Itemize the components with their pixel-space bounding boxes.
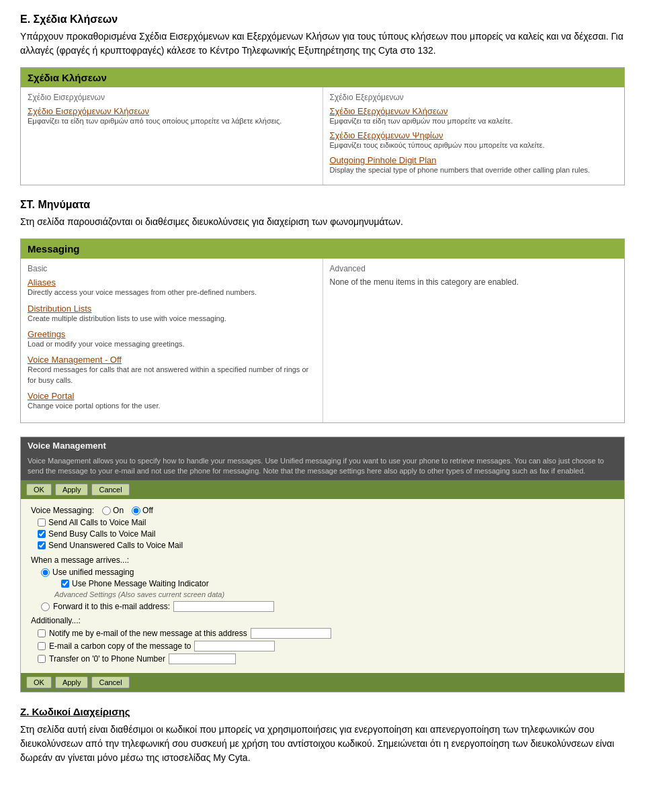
vm-send-all-checkbox[interactable]: Send All Calls to Voice Mail (38, 518, 614, 527)
voice-portal-desc: Change voice portal options for the user… (28, 401, 316, 411)
vm-adv-settings-label: Advanced Settings (Also saves current sc… (54, 590, 224, 598)
call-plans-title: Σχέδια Κλήσεων (21, 68, 624, 87)
vm-unified-radio[interactable]: Use unified messaging (41, 568, 614, 577)
vm-messaging-label: Voice Messaging: (31, 506, 94, 515)
col1-header: Σχέδιο Εισερχόμενων (28, 93, 316, 102)
vm-transfer-checkbox[interactable] (38, 655, 46, 663)
col2-header: Σχέδιο Εξερχόμενων (330, 93, 618, 102)
vm-notify-email-row: Notify me by e-mail of the new message a… (38, 628, 614, 639)
vm-forward-label: Forward it to this e-mail address: (53, 602, 170, 611)
voice-portal-title[interactable]: Voice Portal (28, 391, 316, 401)
list-item: Σχέδιο Εισερχόμενων Κλήσεων Εμφανίζει τα… (28, 106, 316, 126)
vm-carbon-copy-checkbox[interactable] (38, 642, 46, 650)
call-plans-col1: Σχέδιο Εισερχόμενων Σχέδιο Εισερχόμενων … (21, 87, 323, 185)
messaging-title: Messaging (21, 239, 624, 259)
vm-notify-email-checkbox[interactable] (38, 629, 46, 637)
pinhole-plan-title[interactable]: Outgoing Pinhole Digit Plan (330, 155, 618, 165)
outgoing-calls-plan-title[interactable]: Σχέδιο Εξερχόμενων Κλήσεων (330, 106, 618, 116)
greetings-title[interactable]: Greetings (28, 329, 316, 339)
voice-management-title[interactable]: Voice Management - Off (28, 355, 316, 365)
vm-carbon-copy-label: E-mail a carbon copy of the message to (49, 641, 191, 651)
vm-adv-settings-row: Advanced Settings (Also saves current sc… (41, 590, 614, 598)
vm-send-busy-label: Send Busy Calls to Voice Mail (48, 529, 155, 539)
section-st: ΣΤ. Μηνύματα Στη σελίδα παρουσιάζονται ο… (20, 199, 625, 692)
section-z: Ζ. Κωδικοί Διαχείρισης Στη σελίδα αυτή ε… (20, 706, 625, 765)
vm-send-busy-checkbox[interactable]: Send Busy Calls to Voice Mail (38, 529, 614, 539)
messaging-advanced-none: None of the menu items in this category … (330, 277, 618, 287)
vm-content: Voice Messaging: On Off Send All Calls t… (21, 499, 624, 673)
vm-cancel-button[interactable]: Cancel (91, 484, 129, 496)
vm-on-label: On (113, 506, 124, 515)
vm-forward-radio[interactable]: Forward it to this e-mail address: (41, 601, 614, 612)
vm-send-all-label: Send All Calls to Voice Mail (48, 518, 146, 527)
list-item: Aliases Directly access your voice messa… (28, 277, 316, 298)
vm-send-busy-input[interactable] (38, 530, 46, 538)
vm-apply-button[interactable]: Apply (55, 484, 89, 496)
vm-notify-email-label: Notify me by e-mail of the new message a… (49, 629, 247, 638)
outgoing-digits-plan-desc: Εμφανίζει τους ειδικούς τύπους αριθμών π… (330, 140, 618, 150)
vm-messaging-radio-group: Voice Messaging: On Off (31, 506, 614, 515)
distribution-lists-desc: Create multiple distribution lists to us… (28, 314, 316, 324)
greetings-desc: Load or modify your voice messaging gree… (28, 339, 316, 349)
list-item: Outgoing Pinhole Digit Plan Display the … (330, 155, 618, 175)
vm-apply2-button[interactable]: Apply (55, 676, 89, 688)
vm-off-label: Off (142, 506, 153, 515)
incoming-calls-plan-title[interactable]: Σχέδιο Εισερχόμενων Κλήσεων (28, 106, 316, 116)
call-plans-columns: Σχέδιο Εισερχόμενων Σχέδιο Εισερχόμενων … (21, 87, 624, 185)
list-item: Voice Portal Change voice portal options… (28, 391, 316, 411)
vm-arrives-options: Use unified messaging Use Phone Message … (41, 568, 614, 612)
vm-send-all-input[interactable] (38, 518, 46, 527)
vm-forward-email-input[interactable] (173, 601, 274, 612)
vm-additionally-label: Additionally...: (31, 616, 614, 625)
vm-send-unanswered-checkbox[interactable]: Send Unanswered Calls to Voice Mail (38, 541, 614, 550)
vm-on-radio-input[interactable] (102, 506, 111, 515)
section-z-heading: Ζ. Κωδικοί Διαχείρισης (20, 706, 625, 717)
list-item: Distribution Lists Create multiple distr… (28, 304, 316, 324)
messaging-columns: Basic Aliases Directly access your voice… (21, 259, 624, 422)
vm-off-radio-input[interactable] (132, 506, 140, 515)
vm-forward-radio-input[interactable] (41, 602, 50, 611)
section-e: Ε. Σχέδια Κλήσεων Υπάρχουν προκαθορισμέν… (20, 13, 625, 185)
vm-carbon-copy-input[interactable] (194, 641, 275, 651)
voice-management-desc: Record messages for calls that are not a… (28, 365, 316, 386)
vm-transfer-label: Transfer on '0' to Phone Number (49, 654, 165, 664)
messaging-col-advanced: Advanced None of the menu items in this … (323, 259, 625, 422)
vm-phone-waiting-input[interactable] (61, 580, 69, 588)
vm-cancel2-button[interactable]: Cancel (91, 676, 129, 688)
vm-ok2-button[interactable]: OK (26, 676, 52, 688)
vm-transfer-row: Transfer on '0' to Phone Number (38, 653, 614, 664)
call-plans-box: Σχέδια Κλήσεων Σχέδιο Εισερχόμενων Σχέδι… (20, 67, 625, 185)
vm-send-unanswered-input[interactable] (38, 541, 46, 549)
vm-phone-waiting-checkbox[interactable]: Use Phone Message Waiting Indicator (61, 579, 614, 588)
vm-notify-email-input[interactable] (251, 628, 331, 639)
voice-management-box: Voice Management Voice Management allows… (20, 437, 625, 693)
vm-ok-button[interactable]: OK (26, 484, 52, 496)
vm-bottom-buttons: OK Apply Cancel (21, 673, 624, 692)
pinhole-plan-desc: Display the special type of phone number… (330, 165, 618, 175)
vm-top-buttons: OK Apply Cancel (21, 480, 624, 499)
vm-description: Voice Management allows you to specify h… (21, 454, 624, 481)
vm-transfer-input[interactable] (169, 653, 236, 664)
vm-title: Voice Management (21, 437, 624, 454)
section-st-heading: ΣΤ. Μηνύματα (20, 199, 625, 211)
messaging-col-basic: Basic Aliases Directly access your voice… (21, 259, 323, 422)
outgoing-calls-plan-desc: Εμφανίζει τα είδη των αριθμών που μπορεί… (330, 116, 618, 126)
section-z-para1: Στη σελίδα αυτή είναι διαθέσιμοι οι κωδι… (20, 723, 625, 765)
list-item: Σχέδιο Εξερχόμενων Ψηφίων Εμφανίζει τους… (330, 130, 618, 150)
aliases-desc: Directly access your voice messages from… (28, 287, 316, 298)
vm-on-radio[interactable]: On (102, 506, 124, 515)
incoming-calls-plan-desc: Εμφανίζει τα είδη των αριθμών από τους ο… (28, 116, 316, 126)
aliases-title[interactable]: Aliases (28, 277, 316, 287)
vm-unified-label: Use unified messaging (52, 568, 134, 577)
vm-off-radio[interactable]: Off (132, 506, 153, 515)
outgoing-digits-plan-title[interactable]: Σχέδιο Εξερχόμενων Ψηφίων (330, 130, 618, 140)
distribution-lists-title[interactable]: Distribution Lists (28, 304, 316, 314)
vm-unified-radio-input[interactable] (41, 568, 50, 577)
section-e-para1: Υπάρχουν προκαθορισμένα Σχέδια Εισερχόμε… (20, 30, 625, 58)
section-e-heading: Ε. Σχέδια Κλήσεων (20, 13, 625, 26)
messaging-advanced-header: Advanced (330, 264, 618, 273)
section-st-para1: Στη σελίδα παρουσιάζονται οι διαθέσιμες … (20, 215, 625, 229)
vm-when-arrives: When a message arrives...: (31, 555, 614, 565)
call-plans-col2: Σχέδιο Εξερχόμενων Σχέδιο Εξερχόμενων Κλ… (323, 87, 625, 185)
vm-messaging-section: Voice Messaging: On Off Send All Calls t… (31, 506, 614, 550)
